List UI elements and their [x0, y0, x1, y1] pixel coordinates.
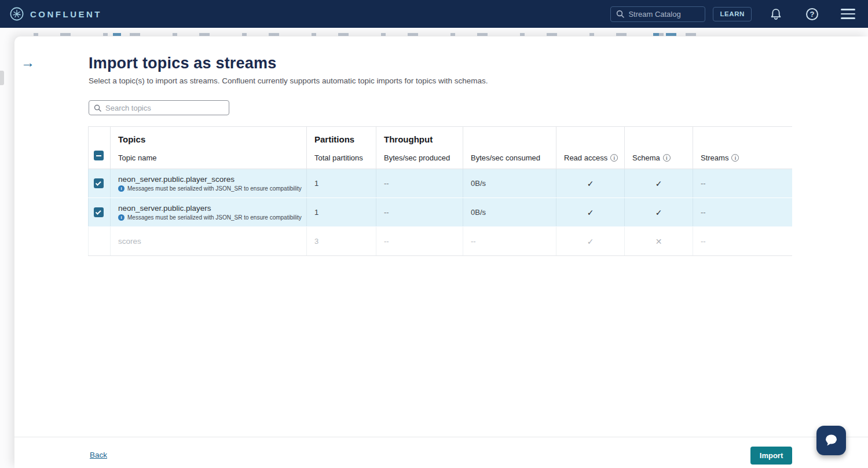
search-icon [94, 104, 101, 112]
header-partitions: Partitions Total partitions [306, 127, 376, 169]
learn-button[interactable]: LEARN [713, 7, 752, 21]
group-label-partitions: Partitions [314, 134, 372, 144]
import-topics-panel: → Import topics as streams Select a topi… [14, 36, 868, 468]
info-icon: i [118, 214, 124, 221]
help-icon: ? [806, 8, 818, 20]
chat-widget-button[interactable] [816, 426, 846, 455]
streams-value: -- [701, 237, 706, 246]
header-checkbox-cell [88, 127, 110, 169]
chat-bubble-icon [823, 433, 839, 448]
partitions-value: 3 [314, 237, 318, 246]
confluent-spark-icon [10, 7, 24, 21]
topic-name: neon_server.public.players [118, 204, 302, 213]
bytes-consumed-value: 0B/s [471, 208, 486, 217]
partitions-value: 1 [314, 208, 318, 217]
header-throughput-consumed: Bytes/sec consumed [463, 127, 556, 169]
schema-x-icon: ✕ [655, 237, 662, 246]
row-checkbox[interactable] [94, 207, 104, 217]
hamburger-icon [841, 9, 855, 19]
partitions-value: 1 [314, 179, 318, 188]
read-access-check-icon: ✓ [587, 179, 594, 188]
help-button[interactable]: ? [806, 8, 818, 20]
header-read-access: Read access i [556, 127, 624, 169]
bell-icon [770, 8, 782, 21]
info-icon[interactable]: i [663, 154, 671, 162]
col-label-bytes-consumed: Bytes/sec consumed [471, 153, 552, 162]
page-title: Import topics as streams [89, 54, 276, 72]
col-label-topic-name: Topic name [118, 153, 303, 162]
brand-name: CONFLUENT [30, 9, 102, 19]
streams-value: -- [701, 208, 706, 217]
collapsed-panel-tab[interactable] [0, 71, 4, 85]
navbar-actions: LEARN ? [610, 6, 855, 22]
confluent-logo[interactable]: CONFLUENT [10, 7, 102, 21]
import-button[interactable]: Import [750, 447, 792, 465]
footer-divider [14, 437, 868, 437]
schema-check-icon: ✓ [655, 208, 662, 217]
top-navbar: CONFLUENT LEARN ? [0, 0, 868, 28]
select-all-checkbox[interactable] [94, 151, 104, 160]
bytes-produced-value: -- [384, 208, 389, 217]
page-subtitle: Select a topic(s) to import as streams. … [89, 76, 488, 85]
header-streams: Streams i [693, 127, 792, 169]
topics-table: Topics Topic name Partitions Total parti… [88, 126, 792, 256]
breadcrumb-link-fragment [113, 33, 133, 36]
row-checkbox[interactable] [94, 178, 104, 188]
header-throughput-produced: Throughput Bytes/sec produced [376, 127, 463, 169]
search-icon [616, 10, 624, 18]
group-label-throughput: Throughput [384, 134, 459, 144]
bytes-produced-value: -- [384, 179, 389, 188]
topic-note: i Messages must be serialized with JSON_… [118, 185, 302, 192]
read-access-check-icon: ✓ [587, 237, 594, 246]
topic-note: i Messages must be serialized with JSON_… [118, 214, 302, 221]
stream-catalog-input[interactable] [628, 10, 697, 19]
group-label-topics: Topics [118, 134, 303, 144]
header-topics: Topics Topic name [110, 127, 306, 169]
topic-name: scores [118, 237, 141, 246]
back-link[interactable]: Back [90, 451, 107, 459]
table-row-disabled: scores 3 -- -- ✓ ✕ -- [88, 227, 792, 256]
table-header: Topics Topic name Partitions Total parti… [88, 126, 792, 169]
notifications-button[interactable] [770, 8, 782, 21]
read-access-check-icon: ✓ [587, 208, 594, 217]
col-label-read-access: Read access [564, 153, 607, 162]
col-label-bytes-produced: Bytes/sec produced [384, 153, 459, 162]
topic-search-input[interactable] [105, 104, 215, 112]
info-icon[interactable]: i [610, 154, 618, 162]
collapse-panel-arrow-button[interactable]: → [21, 56, 35, 70]
header-schema: Schema i [624, 127, 693, 169]
col-label-schema: Schema [632, 153, 660, 162]
info-icon[interactable]: i [731, 154, 739, 162]
bytes-consumed-value: 0B/s [471, 179, 486, 188]
bytes-produced-value: -- [384, 237, 389, 246]
col-label-streams: Streams [701, 153, 728, 162]
col-label-total-partitions: Total partitions [314, 153, 372, 162]
topic-search-box[interactable] [89, 100, 229, 115]
table-row[interactable]: neon_server.public.player_scores i Messa… [88, 169, 792, 198]
stream-catalog-search[interactable] [610, 6, 705, 22]
table-row[interactable]: neon_server.public.players i Messages mu… [88, 198, 792, 227]
topic-name: neon_server.public.player_scores [118, 175, 302, 184]
streams-value: -- [701, 179, 706, 188]
bytes-consumed-value: -- [471, 237, 476, 246]
info-icon: i [118, 185, 124, 192]
main-menu-button[interactable] [841, 9, 855, 19]
breadcrumb-link-fragment-2 [653, 33, 689, 36]
schema-check-icon: ✓ [655, 179, 662, 188]
